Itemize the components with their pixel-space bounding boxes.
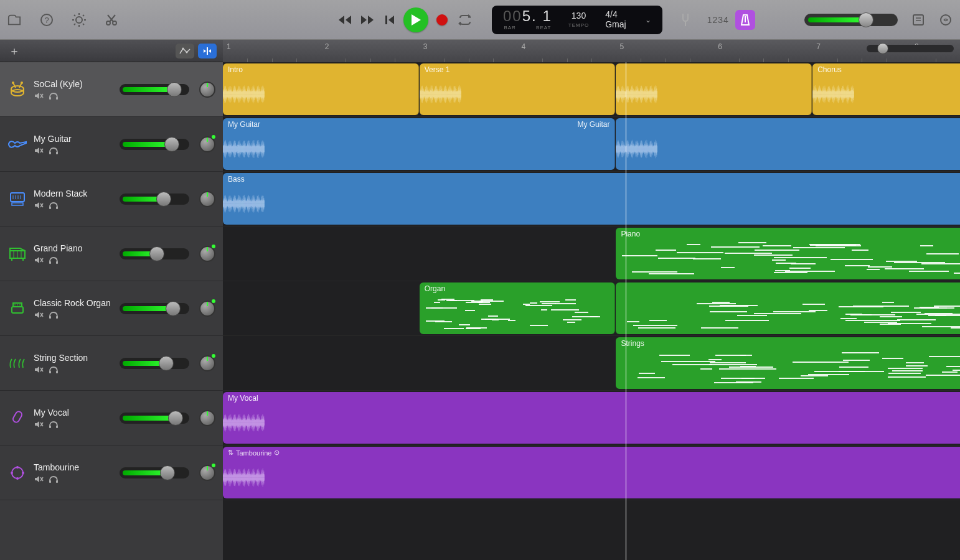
scissors-icon[interactable]: [105, 13, 118, 27]
track-volume-slider[interactable]: [120, 413, 189, 424]
region-label: Chorus: [812, 63, 960, 76]
pan-knob[interactable]: [199, 82, 215, 98]
headphones-icon[interactable]: [49, 201, 60, 210]
timeline-row[interactable]: BassBass: [223, 172, 960, 226]
lcd-key[interactable]: Gmaj: [605, 20, 626, 29]
headphones-icon[interactable]: [49, 475, 60, 483]
mute-icon[interactable]: [34, 256, 45, 264]
smart-controls-icon[interactable]: [72, 13, 86, 27]
svg-rect-40: [11, 193, 24, 202]
svg-rect-49: [56, 207, 58, 209]
ruler-bar-number: 2: [325, 42, 329, 51]
lcd-tempo[interactable]: 130: [568, 11, 589, 21]
pan-knob[interactable]: [199, 246, 215, 262]
go-to-start-button[interactable]: [381, 11, 398, 29]
pan-knob[interactable]: [199, 355, 215, 371]
region[interactable]: Organ: [420, 282, 616, 334]
track-header[interactable]: My Guitar: [0, 117, 223, 172]
region[interactable]: ⇅ Tambourine ⊙Tambourine: [223, 447, 960, 498]
automation-toggle[interactable]: [176, 44, 194, 58]
region[interactable]: Piano: [616, 228, 960, 279]
region[interactable]: [616, 282, 960, 334]
region[interactable]: [616, 63, 812, 115]
lcd-dropdown-icon[interactable]: ⌄: [642, 16, 651, 24]
mute-icon[interactable]: [34, 201, 45, 210]
lcd-display[interactable]: 005. 1 BAR BEAT 130 TEMPO 4/4 Gmaj ⌄: [492, 6, 662, 34]
pan-knob[interactable]: [199, 410, 215, 426]
headphones-icon[interactable]: [49, 420, 60, 429]
pan-knob[interactable]: [199, 136, 215, 152]
timeline-row[interactable]: Organ: [223, 281, 960, 336]
region[interactable]: Intro: [223, 63, 419, 115]
svg-line-8: [83, 24, 84, 25]
tuning-fork-icon[interactable]: [679, 13, 692, 27]
catch-playhead-toggle[interactable]: [198, 44, 217, 58]
track-volume-slider[interactable]: [120, 303, 189, 314]
track-volume-slider[interactable]: [120, 467, 189, 478]
notepad-icon[interactable]: [911, 13, 925, 27]
cycle-button[interactable]: [456, 11, 473, 29]
timeline-row[interactable]: ⇅ Tambourine ⊙Tambourine: [223, 446, 960, 500]
headphones-icon[interactable]: [49, 91, 60, 100]
region-label: Strings: [616, 337, 960, 350]
timeline-area[interactable]: IntroVerse 1ChorusMy GuitarMy GuitarBass…: [223, 62, 960, 560]
forward-button[interactable]: [359, 11, 376, 29]
mute-icon[interactable]: [34, 420, 45, 429]
headphones-icon[interactable]: [49, 146, 60, 155]
region[interactable]: Verse 1: [420, 63, 616, 115]
region[interactable]: [616, 118, 960, 170]
add-track-button[interactable]: ＋: [6, 43, 22, 59]
svg-rect-39: [56, 152, 58, 154]
region[interactable]: Chorus: [812, 63, 960, 115]
track-header[interactable]: Grand Piano: [0, 226, 223, 281]
region[interactable]: BassBass: [223, 173, 960, 225]
pan-knob[interactable]: [199, 191, 215, 207]
timeline-row[interactable]: IntroVerse 1Chorus: [223, 62, 960, 117]
track-header[interactable]: My Vocal: [0, 391, 223, 446]
rewind-button[interactable]: [336, 11, 354, 29]
track-header[interactable]: Classic Rock Organ: [0, 281, 223, 336]
lcd-timesig[interactable]: 4/4: [605, 10, 626, 19]
region[interactable]: Strings: [616, 337, 960, 389]
svg-line-10: [83, 15, 84, 16]
zoom-slider[interactable]: [867, 45, 954, 52]
track-volume-slider[interactable]: [120, 358, 189, 369]
timeline-row[interactable]: My GuitarMy Guitar: [223, 117, 960, 172]
svg-line-7: [74, 15, 75, 16]
mute-icon[interactable]: [34, 146, 45, 155]
ruler-bar-number: 6: [718, 42, 722, 51]
svg-rect-34: [49, 97, 51, 100]
record-button[interactable]: [433, 11, 451, 29]
timeline-row[interactable]: My VocalMy Vocal: [223, 391, 960, 446]
timeline-row[interactable]: Piano: [223, 226, 960, 281]
pan-knob[interactable]: [199, 465, 215, 481]
timeline-ruler[interactable]: 12345678: [223, 40, 960, 62]
master-volume-slider[interactable]: [804, 14, 898, 26]
count-in-label[interactable]: 1234: [707, 15, 729, 25]
region[interactable]: My VocalMy Vocal: [223, 392, 960, 444]
help-icon[interactable]: ?: [40, 13, 54, 27]
track-header[interactable]: Modern Stack: [0, 172, 223, 226]
library-icon[interactable]: [7, 13, 21, 27]
metronome-button[interactable]: [735, 10, 755, 30]
mute-icon[interactable]: [34, 91, 45, 100]
track-header[interactable]: SoCal (Kyle): [0, 62, 223, 117]
pan-knob[interactable]: [199, 301, 215, 317]
headphones-icon[interactable]: [49, 365, 60, 374]
headphones-icon[interactable]: [49, 256, 60, 264]
svg-point-30: [12, 82, 14, 84]
track-volume-slider[interactable]: [120, 139, 189, 150]
track-header[interactable]: Tambourine: [0, 446, 223, 500]
timeline-row[interactable]: Strings: [223, 336, 960, 391]
mute-icon[interactable]: [34, 310, 45, 319]
mute-icon[interactable]: [34, 475, 45, 483]
loop-browser-icon[interactable]: [939, 13, 953, 27]
track-volume-slider[interactable]: [120, 84, 189, 95]
track-volume-slider[interactable]: [120, 248, 189, 259]
track-volume-slider[interactable]: [120, 194, 189, 205]
track-header[interactable]: String Section: [0, 336, 223, 391]
mute-icon[interactable]: [34, 365, 45, 374]
play-button[interactable]: [403, 7, 428, 32]
region[interactable]: My GuitarMy Guitar: [223, 118, 615, 170]
headphones-icon[interactable]: [49, 310, 60, 319]
